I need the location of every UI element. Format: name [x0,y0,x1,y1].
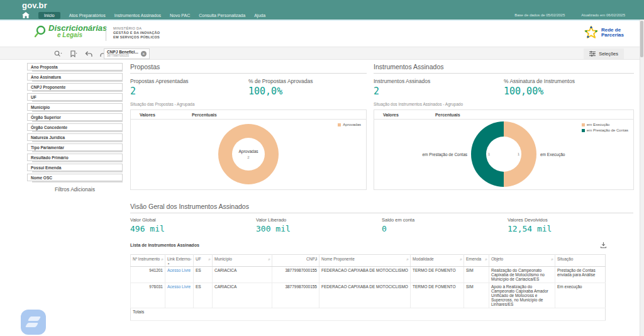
filter-resultado-primario[interactable]: Resultado Primário [27,154,123,161]
cell-instrumento[interactable]: 976031 [131,283,165,308]
filter-tipo-parlamentar[interactable]: Tipo Parlamentar [27,143,123,151]
donut-propostas[interactable]: Aprovadas 2 [218,124,279,184]
column-search-icon[interactable]: ⌕ [161,257,164,262]
nav-item-inicio[interactable]: Início [38,12,60,19]
col-municipio[interactable]: Município⌕ [213,255,272,267]
step-back-icon[interactable] [84,49,93,59]
column-search-icon[interactable]: ⌕ [406,257,409,262]
filter-nome-osc[interactable]: Nome OSC [27,174,123,181]
rede-de-parcerias-logo: Rede de Parcerias [584,26,624,40]
column-search-icon[interactable]: ⌕ [460,257,462,262]
cell-link-externo[interactable]: Acesso Livre [165,267,194,283]
column-search-icon[interactable]: ⌕ [208,257,211,262]
cell-nome-proponente[interactable]: FEDERACAO CAPIXABA DE MOTOCICLISMO [319,283,411,308]
filter-ano-assinatura[interactable]: Ano Assinatura [27,73,123,81]
nav-item-novo-pac[interactable]: Novo PAC [170,13,190,18]
nav-item-instrumentos-assinados[interactable]: Instrumentos Assinados [114,13,161,18]
table-row[interactable]: 941201 Acesso Livre ES CARIACICA 3877998… [131,267,606,283]
cell-cnpj[interactable]: 38779987000155 [272,283,319,308]
cell-uf[interactable]: ES [194,283,213,308]
col-modalidade[interactable]: Modalidade⌕ [411,255,464,267]
table-row[interactable]: 976031 Acesso Livre ES CARIACICA 3877998… [131,283,606,308]
filter-cnpj-proponente[interactable]: CNPJ Proponente [27,83,123,91]
logo-divider [106,26,106,41]
col-nome-proponente[interactable]: Nome Proponente⌕ [319,255,411,267]
filter-natureza-juridica[interactable]: Natureza Jurídica [27,133,123,141]
scrollbar-thumb[interactable] [640,21,643,57]
column-search-icon[interactable]: ⌕ [485,257,487,262]
selections-button[interactable]: Seleções [584,48,624,59]
filter-municipio[interactable]: Município [27,103,123,111]
cell-situacao[interactable]: Em execução [555,283,606,308]
col-situacao[interactable]: Situação [555,255,606,267]
cell-emenda[interactable]: SIM [464,267,489,283]
col-cnpj[interactable]: CNPJ⌕ [272,255,319,267]
page-scrollbar[interactable] [640,0,644,336]
cell-nome-proponente[interactable]: FEDERACAO CAPIXABA DE MOTOCICLISMO [319,267,411,283]
cell-link-externo[interactable]: Acesso Livre [165,283,194,308]
propostas-section-title: Propostas [130,63,367,74]
cell-municipio[interactable]: CARIACICA [213,283,272,308]
nav-item-ajuda[interactable]: Ajuda [254,13,265,18]
kpi-pct-propostas-aprovadas: % de Propostas Aprovadas 100,0% [248,78,367,97]
column-search-icon[interactable]: ⌕ [189,257,192,262]
bookmarks-icon[interactable] [69,49,78,59]
column-search-icon[interactable]: ⌕ [315,257,318,262]
tab-valores[interactable]: Valores [140,113,155,117]
kpi-pct-assinatura: % Assinatura de Instrumentos 100,00% [504,78,634,97]
filter-sidebar: Ano Proposta Ano Assinatura CNPJ Propone… [27,63,123,193]
gov-header-bar: gov.br Início Atos Preparatórios Instrum… [0,0,644,20]
propostas-section: Propostas Propostas Apresentadas 2 % de … [130,63,367,190]
download-icon[interactable] [600,242,607,249]
tab-percentuais-2[interactable]: Percentuais [435,113,460,117]
cell-emenda[interactable]: SIM [464,283,489,308]
assistant-fab-button[interactable] [21,310,46,335]
col-emenda[interactable]: Emenda⌕ [464,255,489,267]
col-link-externo[interactable]: Link Externo▲⌕ [165,255,194,267]
cell-modalidade[interactable]: TERMO DE FOMENTO [411,283,464,308]
filter-orgao-superior[interactable]: Órgão Superior [27,113,123,121]
kpi-propostas-apresentadas: Propostas Apresentadas 2 [130,78,248,97]
selections-search-icon[interactable] [53,49,63,59]
table-header-row: Nº Instrumento⌕ Link Externo▲⌕ UF⌕ Munic… [131,255,606,267]
column-search-icon[interactable]: ⌕ [268,257,270,262]
additional-filters-link[interactable]: Filtros Adicionais [27,186,123,193]
kpi-instrumentos-assinados: Instrumentos Assinados 2 [374,78,504,97]
cell-modalidade[interactable]: TERMO DE FOMENTO [411,267,464,283]
nav-item-consulta-personalizada[interactable]: Consulta Personalizada [199,13,245,18]
propostas-donut-chart[interactable]: Valores Percentuais Aprovadas Aprovadas … [130,109,367,190]
kpi-valores-devolvidos: Valores Devolvidos 12,54 mil [508,217,633,233]
filter-ano-proposta[interactable]: Ano Proposta [27,63,123,70]
cell-situacao[interactable]: Prestação de Contas enviada para Análise [555,267,606,283]
column-search-icon[interactable]: ⌕ [551,257,553,262]
instrumentos-donut-chart[interactable]: Valores Percentuais em Execução em Prest… [374,109,634,190]
partner-line2: Parcerias [601,33,624,38]
instrumentos-chart-subtitle: Situação dos Instrumentos Assinados - Ag… [374,102,634,108]
kpi-valor-global: Valor Global 496 mil [130,217,256,233]
col-n-instrumento[interactable]: Nº Instrumento⌕ [131,255,165,267]
cell-instrumento[interactable]: 941201 [131,267,165,283]
nav-item-atos-preparatorios[interactable]: Atos Preparatórios [69,13,106,18]
database-date-label: Base de dados de 05/02/2025 [514,13,565,17]
logo-band: Discricionárias e Legais MINISTÉRIO DA G… [0,21,644,45]
cell-objeto[interactable]: Apoio à Realização do Campeonato Capixab… [489,283,555,308]
filter-possui-emenda[interactable]: Possui Emenda [27,164,123,171]
cell-cnpj[interactable]: 38779987000155 [272,267,319,283]
cell-uf[interactable]: ES [194,267,213,283]
filter-orgao-concedente[interactable]: Órgão Concedente [27,123,123,131]
cell-objeto[interactable]: Realização do Campeonato Capixaba de Mot… [489,267,555,283]
chip-close-icon[interactable]: × [141,51,147,57]
tab-percentuais[interactable]: Percentuais [192,113,217,117]
home-icon[interactable] [22,12,30,18]
cell-municipio[interactable]: CARIACICA [213,267,272,283]
govbr-logo[interactable]: gov.br [22,1,47,10]
donut-instrumentos[interactable]: em Prestação de Contas em Execução 1 1 [471,121,536,187]
slice-label-execucao: em Execução [540,152,565,157]
active-filter-chip-cnpj[interactable]: CNPJ Benefici... 38779987000155 × [104,48,150,59]
filter-uf[interactable]: UF [27,93,123,101]
kpi-saldo-em-conta: Saldo em conta 0 [382,217,508,233]
col-objeto[interactable]: Objeto⌕ [489,255,555,267]
sort-asc-icon: ▲ [167,262,191,265]
tab-valores-2[interactable]: Valores [383,113,399,117]
col-uf[interactable]: UF⌕ [194,255,213,267]
